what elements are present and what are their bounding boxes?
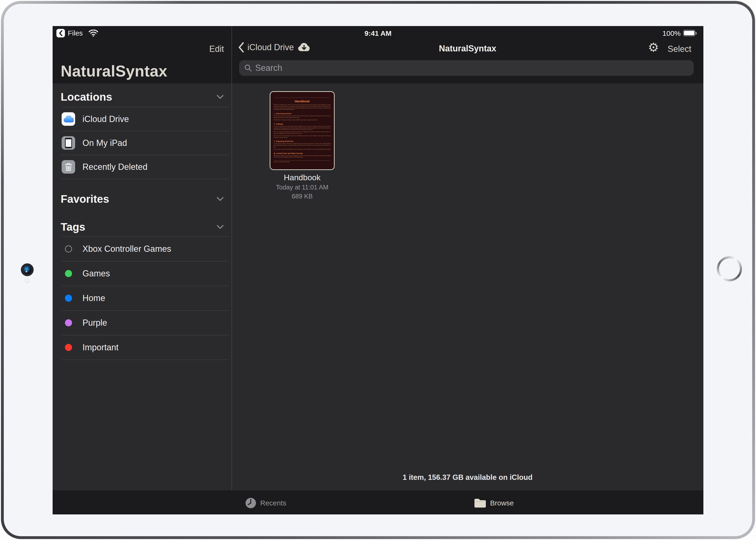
sidebar-item-on-my-ipad[interactable]: On My iPad — [62, 131, 229, 155]
thumbnail-rule — [274, 97, 330, 98]
chevron-down-icon — [217, 225, 224, 229]
battery-icon — [683, 30, 695, 36]
sidebar-divider — [232, 26, 232, 490]
tag-color-dot-icon — [65, 270, 72, 277]
thumbnail-rule — [274, 160, 330, 161]
battery-percent: 100% — [662, 29, 681, 38]
camera-glint-icon — [26, 271, 27, 272]
thumbnail-paragraph: Please Note: The Discovery Service is on… — [274, 119, 331, 121]
ipad-icon — [62, 136, 75, 150]
thumbnail-paragraph: You can import your own ePub files into … — [274, 143, 331, 148]
file-modified-date: Today at 11:01 AM — [270, 184, 335, 191]
thumbnail-section-glyph-icon: ▦ — [274, 153, 275, 154]
sidebar-item-label: Recently Deleted — [83, 162, 147, 172]
thumbnail-section-glyph-icon: ☁ — [274, 113, 276, 115]
sidebar-tag-xbox-controller-games[interactable]: Xbox Controller Games — [62, 237, 229, 261]
tab-browse[interactable]: Browse — [474, 491, 514, 514]
trash-icon — [62, 160, 75, 174]
tag-label: Purple — [83, 318, 107, 328]
sidebar-edit-button[interactable]: Edit — [200, 44, 224, 54]
file-name: Handbook — [270, 173, 335, 182]
thumbnail-paragraph: At the top left of the file browser, you… — [274, 115, 331, 119]
home-button[interactable] — [717, 256, 742, 281]
tag-label: Xbox Controller Games — [83, 244, 171, 254]
settings-gear-icon[interactable]: ⚙ — [648, 40, 659, 55]
tag-color-dot-icon — [65, 319, 72, 327]
chevron-down-icon — [217, 95, 224, 99]
tab-browse-label: Browse — [490, 499, 514, 507]
tag-label: Games — [83, 269, 110, 279]
item-count-status: 1 item, 156.37 GB available on iCloud — [232, 473, 703, 482]
search-bar[interactable] — [239, 60, 694, 76]
screenshot-stage: Files 9:41 AM 100% Edit NaturalSyntax iC… — [0, 0, 756, 540]
thumbnail-closing: Thanks for using Natural Syntax! — [274, 161, 331, 163]
thumbnail-section-glyph-icon: ⚙ — [274, 123, 275, 125]
files-app-screen: Files 9:41 AM 100% Edit NaturalSyntax iC… — [53, 26, 703, 514]
thumbnail-section-heading: ⚙ Settings — [274, 123, 331, 125]
tag-label: Home — [83, 293, 105, 303]
file-thumbnail-page: Handbook Welcome to Natural Syntax, with… — [270, 91, 335, 170]
folder-icon — [474, 498, 486, 508]
tab-bar: Recents Browse — [53, 490, 703, 514]
chevron-down-icon — [217, 197, 224, 201]
sidebar-item-label: On My iPad — [83, 138, 127, 148]
tag-label: Important — [83, 342, 118, 352]
tags-list: Xbox Controller GamesGamesHomePurpleImpo… — [62, 236, 229, 360]
tags-section-header[interactable]: Tags — [61, 220, 224, 233]
file-size: 689 KB — [270, 193, 335, 200]
thumbnail-section-glyph-icon: ⬇ — [274, 140, 275, 142]
locations-section-header[interactable]: Locations — [61, 90, 224, 103]
thumbnail-intro: Welcome to Natural Syntax, within it you… — [274, 104, 331, 111]
thumbnail-paragraph: Pro tip: a number of people like to setu… — [274, 131, 331, 135]
status-bar: Files 9:41 AM 100% — [53, 26, 703, 40]
select-button[interactable]: Select — [659, 44, 691, 54]
thumbnail-title: Handbook — [274, 99, 331, 103]
sidebar-item-icloud-drive[interactable]: iCloud Drive — [62, 107, 229, 131]
sidebar-tag-home[interactable]: Home — [62, 286, 229, 311]
tag-color-dot-icon — [65, 245, 72, 252]
tag-color-dot-icon — [65, 295, 72, 302]
sidebar-app-title: NaturalSyntax — [61, 62, 167, 80]
page-title: NaturalSyntax — [232, 44, 703, 54]
sidebar-tag-games[interactable]: Games — [62, 261, 229, 286]
locations-header-label: Locations — [61, 90, 112, 103]
status-clock: 9:41 AM — [53, 29, 703, 38]
search-input[interactable] — [255, 61, 694, 75]
favorites-section-header[interactable]: Favorites — [61, 193, 224, 205]
tab-recents-label: Recents — [260, 499, 286, 507]
sidebar-item-label: iCloud Drive — [83, 114, 129, 124]
thumbnail-paragraph: At the top right of both the file browse… — [274, 126, 331, 130]
front-camera — [21, 263, 34, 276]
thumbnail-section-heading: ⬇ Importing ePub Files — [274, 140, 331, 142]
light-sensor — [25, 279, 30, 283]
thumbnail-section-heading: ☁ Discovery Service — [274, 112, 331, 115]
icloud-drive-icon — [62, 112, 75, 126]
search-icon — [244, 64, 252, 72]
sidebar-item-recently-deleted[interactable]: Recently Deleted — [62, 155, 229, 179]
tag-color-dot-icon — [65, 344, 72, 351]
thumbnail-paragraph: Note: some of the customization options … — [274, 135, 331, 139]
file-handbook[interactable]: Handbook Welcome to Natural Syntax, with… — [270, 91, 335, 200]
favorites-header-label: Favorites — [61, 193, 109, 205]
tab-recents[interactable]: Recents — [245, 491, 286, 514]
thumbnail-sections: ☁ Discovery ServiceAt the top left of th… — [274, 112, 331, 158]
clock-icon — [245, 497, 257, 509]
sidebar-tag-important[interactable]: Important — [62, 336, 229, 360]
thumbnail-paragraph: Pro tip: If you only have your ePub file… — [274, 149, 331, 150]
thumbnail-section-heading: ▦ Lexical Color and Style Overlay — [274, 152, 331, 154]
thumbnail-paragraph: While you're reading your book, you can … — [274, 155, 331, 159]
sidebar-tag-purple[interactable]: Purple — [62, 311, 229, 336]
tags-header-label: Tags — [61, 220, 85, 233]
